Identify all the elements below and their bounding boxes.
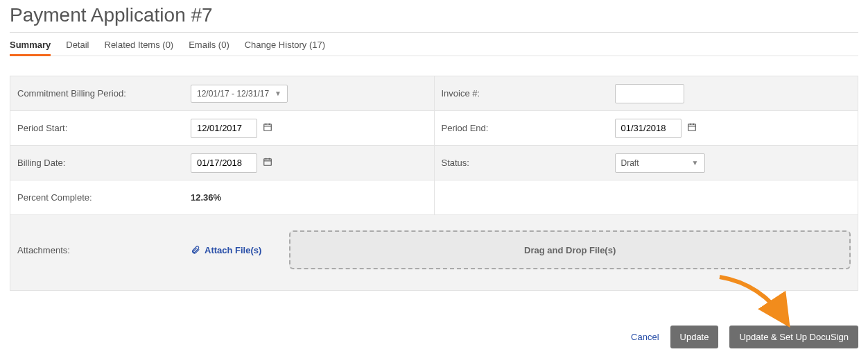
tab-detail[interactable]: Detail bbox=[66, 40, 89, 56]
attach-file-text: Attach File(s) bbox=[205, 245, 261, 255]
paperclip-icon bbox=[191, 245, 200, 255]
caret-down-icon: ▼ bbox=[692, 159, 699, 167]
tab-emails[interactable]: Emails (0) bbox=[189, 40, 229, 56]
cancel-link[interactable]: Cancel bbox=[631, 332, 659, 342]
dropzone-text: Drag and Drop File(s) bbox=[524, 245, 616, 255]
attachments-label: Attachments: bbox=[17, 245, 191, 255]
commitment-period-value: 12/01/17 - 12/31/17 bbox=[197, 89, 269, 99]
billing-date-input[interactable] bbox=[191, 153, 257, 173]
commitment-period-label: Commitment Billing Period: bbox=[17, 88, 191, 99]
update-docusign-button[interactable]: Update & Set Up DocuSign bbox=[729, 326, 858, 348]
invoice-label: Invoice #: bbox=[442, 88, 615, 99]
attach-file-link[interactable]: Attach File(s) bbox=[191, 245, 261, 255]
tab-summary[interactable]: Summary bbox=[10, 40, 51, 56]
calendar-icon[interactable] bbox=[263, 122, 272, 135]
tab-change-history[interactable]: Change History (17) bbox=[245, 40, 325, 56]
file-dropzone[interactable]: Drag and Drop File(s) bbox=[289, 230, 851, 269]
billing-date-label: Billing Date: bbox=[17, 158, 191, 168]
calendar-icon[interactable] bbox=[263, 157, 272, 169]
svg-rect-0 bbox=[264, 124, 272, 130]
percent-complete-value: 12.36% bbox=[191, 192, 221, 203]
period-end-input[interactable] bbox=[615, 119, 682, 138]
form: Commitment Billing Period: 12/01/17 - 12… bbox=[10, 76, 858, 291]
percent-complete-label: Percent Complete: bbox=[17, 192, 191, 203]
svg-rect-8 bbox=[264, 158, 272, 164]
calendar-icon[interactable] bbox=[687, 122, 697, 135]
tabs: Summary Detail Related Items (0) Emails … bbox=[10, 33, 858, 56]
page-title: Payment Application #7 bbox=[10, 0, 858, 32]
period-start-label: Period Start: bbox=[17, 123, 191, 133]
commitment-period-select[interactable]: 12/01/17 - 12/31/17 ▼ bbox=[191, 85, 288, 103]
status-select[interactable]: Draft ▼ bbox=[615, 153, 705, 173]
status-label: Status: bbox=[442, 158, 615, 168]
tab-related-items[interactable]: Related Items (0) bbox=[105, 40, 174, 56]
invoice-input[interactable] bbox=[615, 84, 684, 103]
svg-rect-4 bbox=[688, 124, 695, 130]
update-button[interactable]: Update bbox=[670, 326, 719, 348]
period-start-input[interactable] bbox=[191, 119, 257, 138]
caret-down-icon: ▼ bbox=[275, 90, 281, 97]
actions-bar: Cancel Update Update & Set Up DocuSign bbox=[10, 326, 858, 348]
period-end-label: Period End: bbox=[442, 123, 615, 133]
status-value: Draft bbox=[621, 158, 639, 168]
